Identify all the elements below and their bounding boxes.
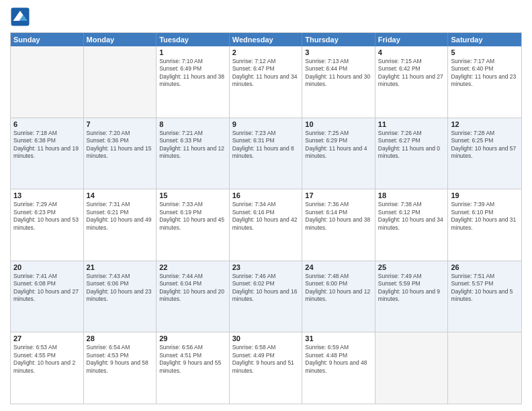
header <box>10 7 522 27</box>
calendar-cell: 14Sunrise: 7:31 AM Sunset: 6:21 PM Dayli… <box>84 189 157 261</box>
calendar-header-cell: Sunday <box>11 33 84 46</box>
calendar-cell: 9Sunrise: 7:23 AM Sunset: 6:31 PM Daylig… <box>230 118 303 189</box>
calendar-cell: 3Sunrise: 7:13 AM Sunset: 6:44 PM Daylig… <box>302 46 375 118</box>
calendar-cell: 11Sunrise: 7:26 AM Sunset: 6:27 PM Dayli… <box>375 118 449 189</box>
calendar-cell: 23Sunrise: 7:46 AM Sunset: 6:02 PM Dayli… <box>230 261 303 332</box>
day-info: Sunrise: 7:15 AM Sunset: 6:42 PM Dayligh… <box>378 58 445 89</box>
day-info: Sunrise: 7:21 AM Sunset: 6:33 PM Dayligh… <box>159 130 226 161</box>
calendar-cell: 16Sunrise: 7:34 AM Sunset: 6:16 PM Dayli… <box>230 189 303 261</box>
calendar-week: 20Sunrise: 7:41 AM Sunset: 6:08 PM Dayli… <box>11 261 521 332</box>
calendar-cell <box>375 332 449 404</box>
day-number: 1 <box>159 48 226 56</box>
calendar-header-cell: Wednesday <box>230 33 303 46</box>
day-info: Sunrise: 7:48 AM Sunset: 6:00 PM Dayligh… <box>305 273 372 304</box>
calendar-cell: 24Sunrise: 7:48 AM Sunset: 6:00 PM Dayli… <box>302 261 375 332</box>
day-info: Sunrise: 6:59 AM Sunset: 4:48 PM Dayligh… <box>305 344 372 375</box>
calendar-cell: 19Sunrise: 7:39 AM Sunset: 6:10 PM Dayli… <box>448 189 521 261</box>
day-number: 21 <box>87 263 154 271</box>
calendar-cell: 31Sunrise: 6:59 AM Sunset: 4:48 PM Dayli… <box>302 332 375 404</box>
calendar-cell <box>84 46 157 118</box>
day-info: Sunrise: 7:18 AM Sunset: 6:38 PM Dayligh… <box>13 130 81 161</box>
calendar-cell: 12Sunrise: 7:28 AM Sunset: 6:25 PM Dayli… <box>448 118 521 189</box>
day-info: Sunrise: 6:58 AM Sunset: 4:49 PM Dayligh… <box>232 344 300 375</box>
calendar-body: 1Sunrise: 7:10 AM Sunset: 6:49 PM Daylig… <box>11 46 521 404</box>
day-info: Sunrise: 7:43 AM Sunset: 6:06 PM Dayligh… <box>87 273 154 304</box>
day-number: 27 <box>13 334 81 342</box>
day-info: Sunrise: 7:33 AM Sunset: 6:19 PM Dayligh… <box>159 201 226 232</box>
day-number: 15 <box>159 191 226 199</box>
day-number: 30 <box>232 334 300 342</box>
calendar-header-cell: Friday <box>375 33 449 46</box>
day-number: 16 <box>232 191 300 199</box>
calendar-header-row: SundayMondayTuesdayWednesdayThursdayFrid… <box>11 33 521 46</box>
calendar-cell: 7Sunrise: 7:20 AM Sunset: 6:36 PM Daylig… <box>84 118 157 189</box>
page: SundayMondayTuesdayWednesdayThursdayFrid… <box>0 0 532 411</box>
day-number: 31 <box>305 334 372 342</box>
calendar-cell: 8Sunrise: 7:21 AM Sunset: 6:33 PM Daylig… <box>157 118 230 189</box>
day-number: 17 <box>305 191 372 199</box>
day-number: 19 <box>451 191 519 199</box>
calendar-cell: 6Sunrise: 7:18 AM Sunset: 6:38 PM Daylig… <box>11 118 84 189</box>
day-info: Sunrise: 7:28 AM Sunset: 6:25 PM Dayligh… <box>451 130 519 161</box>
day-number: 23 <box>232 263 300 271</box>
calendar-header-cell: Tuesday <box>157 33 230 46</box>
calendar-cell: 18Sunrise: 7:38 AM Sunset: 6:12 PM Dayli… <box>375 189 449 261</box>
calendar-week: 1Sunrise: 7:10 AM Sunset: 6:49 PM Daylig… <box>11 46 521 118</box>
day-number: 25 <box>378 263 445 271</box>
calendar-cell: 2Sunrise: 7:12 AM Sunset: 6:47 PM Daylig… <box>230 46 303 118</box>
day-info: Sunrise: 7:46 AM Sunset: 6:02 PM Dayligh… <box>232 273 300 304</box>
calendar-cell: 5Sunrise: 7:17 AM Sunset: 6:40 PM Daylig… <box>448 46 521 118</box>
day-info: Sunrise: 7:26 AM Sunset: 6:27 PM Dayligh… <box>378 130 445 161</box>
day-number: 22 <box>159 263 226 271</box>
day-number: 6 <box>13 120 81 128</box>
calendar-cell <box>11 46 84 118</box>
day-info: Sunrise: 7:36 AM Sunset: 6:14 PM Dayligh… <box>305 201 372 232</box>
calendar-cell: 1Sunrise: 7:10 AM Sunset: 6:49 PM Daylig… <box>157 46 230 118</box>
day-info: Sunrise: 6:53 AM Sunset: 4:55 PM Dayligh… <box>13 344 81 375</box>
calendar-header-cell: Monday <box>84 33 157 46</box>
day-number: 2 <box>232 48 300 56</box>
calendar-week: 13Sunrise: 7:29 AM Sunset: 6:23 PM Dayli… <box>11 189 521 261</box>
day-info: Sunrise: 7:13 AM Sunset: 6:44 PM Dayligh… <box>305 58 372 89</box>
day-number: 14 <box>87 191 154 199</box>
calendar-cell: 13Sunrise: 7:29 AM Sunset: 6:23 PM Dayli… <box>11 189 84 261</box>
logo-icon <box>10 7 30 27</box>
day-info: Sunrise: 7:51 AM Sunset: 5:57 PM Dayligh… <box>451 273 519 304</box>
day-info: Sunrise: 7:38 AM Sunset: 6:12 PM Dayligh… <box>378 201 445 232</box>
day-number: 8 <box>159 120 226 128</box>
day-number: 29 <box>159 334 226 342</box>
logo <box>10 7 33 27</box>
day-info: Sunrise: 6:56 AM Sunset: 4:51 PM Dayligh… <box>159 344 226 375</box>
day-number: 9 <box>232 120 300 128</box>
calendar-cell: 4Sunrise: 7:15 AM Sunset: 6:42 PM Daylig… <box>375 46 449 118</box>
calendar-cell: 27Sunrise: 6:53 AM Sunset: 4:55 PM Dayli… <box>11 332 84 404</box>
day-number: 4 <box>378 48 445 56</box>
calendar-week: 6Sunrise: 7:18 AM Sunset: 6:38 PM Daylig… <box>11 118 521 189</box>
day-info: Sunrise: 7:25 AM Sunset: 6:29 PM Dayligh… <box>305 130 372 161</box>
day-info: Sunrise: 6:54 AM Sunset: 4:53 PM Dayligh… <box>87 344 154 375</box>
calendar-week: 27Sunrise: 6:53 AM Sunset: 4:55 PM Dayli… <box>11 332 521 404</box>
day-number: 20 <box>13 263 81 271</box>
calendar-cell: 30Sunrise: 6:58 AM Sunset: 4:49 PM Dayli… <box>230 332 303 404</box>
day-info: Sunrise: 7:20 AM Sunset: 6:36 PM Dayligh… <box>87 130 154 161</box>
day-number: 10 <box>305 120 372 128</box>
calendar-cell: 21Sunrise: 7:43 AM Sunset: 6:06 PM Dayli… <box>84 261 157 332</box>
day-info: Sunrise: 7:44 AM Sunset: 6:04 PM Dayligh… <box>159 273 226 304</box>
day-info: Sunrise: 7:49 AM Sunset: 5:59 PM Dayligh… <box>378 273 445 304</box>
day-number: 7 <box>87 120 154 128</box>
calendar-cell: 29Sunrise: 6:56 AM Sunset: 4:51 PM Dayli… <box>157 332 230 404</box>
day-number: 28 <box>87 334 154 342</box>
day-number: 5 <box>451 48 519 56</box>
calendar-header-cell: Saturday <box>448 33 521 46</box>
day-info: Sunrise: 7:12 AM Sunset: 6:47 PM Dayligh… <box>232 58 300 89</box>
day-info: Sunrise: 7:29 AM Sunset: 6:23 PM Dayligh… <box>13 201 81 232</box>
day-number: 13 <box>13 191 81 199</box>
day-info: Sunrise: 7:10 AM Sunset: 6:49 PM Dayligh… <box>159 58 226 89</box>
day-info: Sunrise: 7:34 AM Sunset: 6:16 PM Dayligh… <box>232 201 300 232</box>
calendar-cell: 10Sunrise: 7:25 AM Sunset: 6:29 PM Dayli… <box>302 118 375 189</box>
calendar-cell: 22Sunrise: 7:44 AM Sunset: 6:04 PM Dayli… <box>157 261 230 332</box>
day-info: Sunrise: 7:41 AM Sunset: 6:08 PM Dayligh… <box>13 273 81 304</box>
calendar-cell: 28Sunrise: 6:54 AM Sunset: 4:53 PM Dayli… <box>84 332 157 404</box>
day-number: 24 <box>305 263 372 271</box>
calendar-cell: 26Sunrise: 7:51 AM Sunset: 5:57 PM Dayli… <box>448 261 521 332</box>
